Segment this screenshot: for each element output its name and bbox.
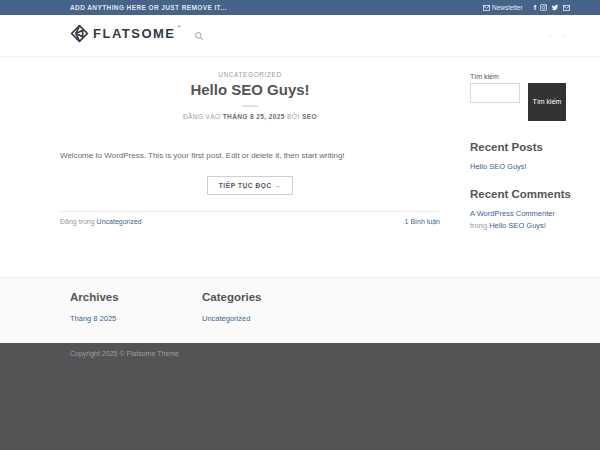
recent-comments-widget: Recent Comments A WordPress Commenter tr… bbox=[470, 188, 566, 233]
archive-month-link[interactable]: Tháng 8 2025 bbox=[70, 314, 116, 323]
read-more-button[interactable]: TIẾP TỤC ĐỌC → bbox=[207, 176, 293, 195]
topbar-message: ADD ANYTHING HERE OR JUST REMOVE IT... bbox=[70, 4, 227, 11]
registered-mark: ® bbox=[178, 24, 181, 29]
categories-title: Categories bbox=[202, 291, 334, 303]
facebook-icon[interactable]: f bbox=[534, 4, 536, 11]
post-meta: ĐĂNG VÀO THÁNG 8 25, 2025 BỞI SEO bbox=[60, 113, 440, 120]
commenter-link[interactable]: A WordPress Commenter bbox=[470, 209, 555, 218]
post-category-link[interactable]: UNCATEGORIZED bbox=[60, 71, 440, 78]
social-links: f bbox=[534, 4, 570, 11]
recent-posts-list: Hello SEO Guys! bbox=[470, 161, 566, 173]
title-divider bbox=[242, 105, 258, 107]
entry-meta-row: Đăng trong Uncategorized 1 Bình luận bbox=[60, 211, 440, 225]
email-icon[interactable] bbox=[563, 5, 570, 11]
topbar-right: Newsletter f bbox=[483, 4, 570, 11]
archives-title: Archives bbox=[70, 291, 202, 303]
flatsome-gem-icon bbox=[70, 24, 89, 47]
header-search-icon[interactable] bbox=[194, 31, 204, 41]
posted-on-label: ĐĂNG VÀO bbox=[183, 113, 221, 120]
post-author: SEO bbox=[302, 113, 317, 120]
post-date: THÁNG 8 25, 2025 bbox=[223, 113, 285, 120]
header-secondary-faint-icons[interactable]: ‹ › bbox=[549, 30, 570, 41]
category-link[interactable]: Uncategorized bbox=[202, 314, 250, 323]
logo-text: FLATSOME bbox=[93, 24, 176, 44]
sidebar: Tìm kiếm Tìm kiếm Recent Posts Hello SEO… bbox=[470, 57, 566, 277]
absolute-footer: Copyright 2025 © Flatsome Theme bbox=[0, 343, 600, 450]
post-article: UNCATEGORIZED Hello SEO Guys! ĐĂNG VÀO T… bbox=[60, 57, 440, 277]
posted-in-category-link[interactable]: Uncategorized bbox=[97, 218, 142, 225]
site-header: FLATSOME ® ‹ › bbox=[0, 15, 600, 57]
recent-posts-title: Recent Posts bbox=[470, 141, 566, 153]
copyright-text: Copyright 2025 © Flatsome Theme bbox=[70, 350, 600, 357]
comment-connector: trong bbox=[470, 221, 487, 230]
newsletter-link[interactable]: Newsletter bbox=[483, 4, 523, 11]
posted-in: Đăng trong Uncategorized bbox=[60, 218, 142, 225]
site-logo[interactable]: FLATSOME ® bbox=[70, 24, 180, 47]
recent-comment-item: A WordPress Commenter trong Hello SEO Gu… bbox=[470, 208, 566, 233]
post-excerpt: Welcome to WordPress. This is your first… bbox=[60, 150, 440, 161]
search-submit-button[interactable]: Tìm kiếm bbox=[528, 83, 566, 121]
by-label: BỞI bbox=[287, 113, 300, 120]
search-label: Tìm kiếm bbox=[470, 73, 566, 80]
recent-post-link[interactable]: Hello SEO Guys! bbox=[470, 162, 527, 171]
search-input[interactable] bbox=[470, 83, 520, 103]
comments-count-link[interactable]: 1 Bình luận bbox=[405, 218, 440, 225]
page: ADD ANYTHING HERE OR JUST REMOVE IT... N… bbox=[0, 0, 600, 450]
categories-widget: Categories Uncategorized bbox=[202, 291, 334, 343]
twitter-icon[interactable] bbox=[551, 4, 559, 11]
posted-in-label: Đăng trong bbox=[60, 218, 95, 225]
recent-posts-widget: Recent Posts Hello SEO Guys! bbox=[470, 141, 566, 173]
recent-comments-title: Recent Comments bbox=[470, 188, 566, 200]
instagram-icon[interactable] bbox=[540, 4, 547, 11]
topbar: ADD ANYTHING HERE OR JUST REMOVE IT... N… bbox=[0, 0, 600, 15]
commented-post-link[interactable]: Hello SEO Guys! bbox=[489, 221, 546, 230]
envelope-icon bbox=[483, 5, 490, 11]
search-form: Tìm kiếm bbox=[470, 83, 566, 121]
post-title[interactable]: Hello SEO Guys! bbox=[60, 81, 440, 98]
read-more-wrap: TIẾP TỤC ĐỌC → bbox=[60, 174, 440, 195]
footer-widgets: Archives Tháng 8 2025 Categories Uncateg… bbox=[0, 277, 600, 343]
archives-widget: Archives Tháng 8 2025 bbox=[70, 291, 202, 343]
content-area: UNCATEGORIZED Hello SEO Guys! ĐĂNG VÀO T… bbox=[0, 57, 600, 277]
newsletter-label: Newsletter bbox=[492, 4, 523, 11]
